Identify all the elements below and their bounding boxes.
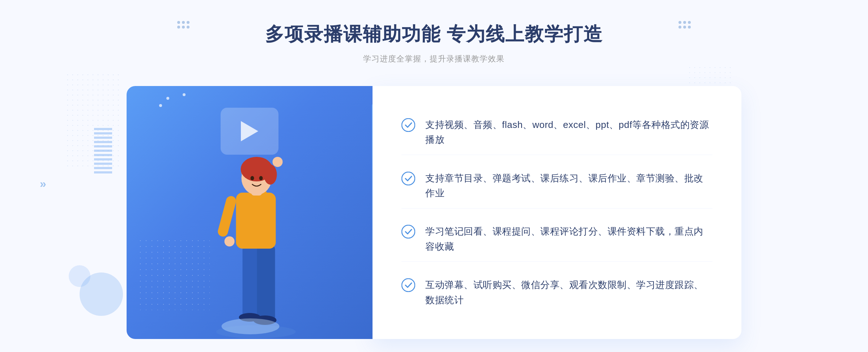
circle-decoration-small bbox=[69, 265, 90, 287]
svg-point-17 bbox=[402, 119, 415, 132]
feature-text-2: 支持章节目录、弹题考试、课后练习、课后作业、章节测验、批改作业 bbox=[425, 171, 712, 201]
svg-point-16 bbox=[222, 318, 280, 334]
dots-decoration-left bbox=[177, 21, 190, 29]
svg-point-19 bbox=[402, 225, 415, 238]
feature-item-2: 支持章节目录、弹题考试、课后练习、课后作业、章节测验、批改作业 bbox=[401, 164, 712, 209]
sparkle-1 bbox=[166, 97, 169, 100]
header-section: 多项录播课辅助功能 专为线上教学打造 学习进度全掌握，提升录播课教学效果 bbox=[265, 22, 603, 64]
feature-text-3: 学习笔记回看、课程提问、课程评论打分、课件资料下载，重点内容收藏 bbox=[425, 224, 712, 254]
left-panel bbox=[127, 86, 373, 339]
striped-rect-decoration bbox=[94, 126, 112, 173]
svg-point-7 bbox=[225, 236, 235, 246]
feature-text-1: 支持视频、音频、flash、word、excel、ppt、pdf等各种格式的资源… bbox=[425, 117, 712, 147]
feature-item-4: 互动弹幕、试听购买、微信分享、观看次数限制、学习进度跟踪、数据统计 bbox=[401, 270, 712, 315]
svg-point-18 bbox=[402, 172, 415, 185]
sparkle-3 bbox=[183, 93, 186, 96]
svg-rect-2 bbox=[257, 245, 275, 321]
svg-rect-6 bbox=[217, 195, 237, 237]
check-icon-2 bbox=[401, 172, 415, 185]
blue-divider-bar bbox=[372, 104, 373, 321]
illustration-figure bbox=[193, 129, 319, 339]
sub-title: 学习进度全掌握，提升录播课教学效果 bbox=[265, 53, 603, 64]
dots-decoration-right bbox=[678, 21, 691, 29]
main-title: 多项录播课辅助功能 专为线上教学打造 bbox=[265, 22, 603, 47]
check-icon-4 bbox=[401, 278, 415, 292]
check-icon-1 bbox=[401, 118, 415, 132]
right-panel: 支持视频、音频、flash、word、excel、ppt、pdf等各种格式的资源… bbox=[373, 86, 741, 339]
feature-item-3: 学习笔记回看、课程提问、课程评论打分、课件资料下载，重点内容收藏 bbox=[401, 217, 712, 262]
sparkle-2 bbox=[159, 104, 162, 107]
page-container: » 多项录播课辅助功能 专为线上教学打造 学习进度全掌握，提升录播课教学效果 bbox=[0, 0, 868, 352]
svg-point-14 bbox=[251, 176, 254, 180]
check-icon-3 bbox=[401, 225, 415, 239]
svg-point-20 bbox=[402, 279, 415, 292]
svg-point-9 bbox=[273, 157, 283, 167]
chevron-left-decoration: » bbox=[40, 177, 46, 190]
feature-item-1: 支持视频、音频、flash、word、excel、ppt、pdf等各种格式的资源… bbox=[401, 110, 712, 155]
feature-text-4: 互动弹幕、试听购买、微信分享、观看次数限制、学习进度跟踪、数据统计 bbox=[425, 278, 712, 308]
svg-point-15 bbox=[259, 176, 263, 180]
svg-point-13 bbox=[264, 164, 277, 185]
content-area: 支持视频、音频、flash、word、excel、ppt、pdf等各种格式的资源… bbox=[127, 86, 741, 339]
